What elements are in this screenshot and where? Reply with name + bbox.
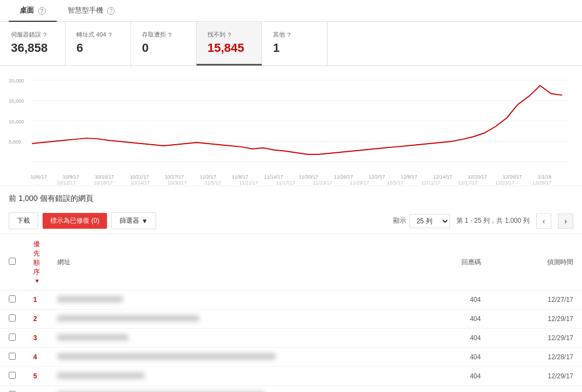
row-url-2[interactable] xyxy=(49,310,418,329)
x-sublabel-7: 11/11/17 xyxy=(239,180,258,186)
x-sublabel-3: 10/18/17 xyxy=(94,180,113,186)
row-response-6: 404 xyxy=(418,386,513,393)
filter-button[interactable]: 篩選器 ▼ xyxy=(111,212,156,229)
table-row: 5 404 12/29/17 xyxy=(0,367,582,386)
stat-other-help[interactable]: ? xyxy=(287,32,290,38)
row-checkbox-5[interactable] xyxy=(9,372,16,379)
pagination-info: 第 1 - 25 列，共 1,000 列 xyxy=(456,216,530,225)
row-detected-4: 12/28/17 xyxy=(514,348,582,367)
row-detected-2: 12/29/17 xyxy=(514,310,582,329)
stat-notfound-label: 找不到 ? xyxy=(207,31,251,39)
row-detected-1: 12/27/17 xyxy=(514,290,582,310)
row-num-2: 2 xyxy=(25,310,49,329)
row-num-5: 5 xyxy=(25,367,49,386)
row-url-4[interactable] xyxy=(49,348,418,367)
row-checkbox-2[interactable] xyxy=(9,314,16,322)
x-label-2: 10/9/17 xyxy=(63,174,79,180)
row-response-1: 404 xyxy=(418,290,513,310)
mobile-help-icon[interactable]: ? xyxy=(107,7,115,15)
x-label-11: 12/2/17 xyxy=(369,174,385,180)
row-detected-5: 12/29/17 xyxy=(514,367,582,386)
row-response-5: 404 xyxy=(418,367,513,386)
line-chart: 20,000 15,000 10,000 5,000 xyxy=(9,75,573,177)
show-label: 顯示 xyxy=(393,216,406,225)
row-checkbox-4[interactable] xyxy=(9,353,16,360)
x-label-13: 12/14/17 xyxy=(433,174,452,180)
x-label-9: 11/20/17 xyxy=(299,174,318,180)
x-sublabel-2: 10/12/17 xyxy=(57,180,76,186)
th-detected: 偵測時間 xyxy=(514,234,582,290)
stat-redirect-404[interactable]: 轉址式 404 ? 6 xyxy=(66,22,131,66)
row-url-5[interactable] xyxy=(49,367,418,386)
table-row: 3 404 12/29/17 xyxy=(0,329,582,348)
tab-mobile[interactable]: 智慧型手機 ? xyxy=(57,0,126,22)
x-sublabel-6: 11/5/17 xyxy=(205,180,221,186)
x-sublabel-4: 10/24/17 xyxy=(130,180,150,186)
filter-icon: ▼ xyxy=(141,217,148,225)
stat-notfound-help[interactable]: ? xyxy=(228,32,231,38)
stat-other[interactable]: 其他 ? 1 xyxy=(262,22,328,66)
x-sublabel-1: .. xyxy=(36,180,39,186)
row-detected-6: 12/28/17 xyxy=(514,386,582,393)
row-response-2: 404 xyxy=(418,310,513,329)
table-row: 6 404 12/28/17 xyxy=(0,386,582,393)
row-url-6[interactable] xyxy=(49,386,418,393)
stat-redirect-help[interactable]: ? xyxy=(108,32,111,38)
row-url-1[interactable] xyxy=(49,290,418,310)
stat-access-value: 0 xyxy=(142,41,185,55)
x-sublabel-9: 11/23/17 xyxy=(313,180,332,186)
rows-per-page-select[interactable]: 25 列 50 列 100 列 xyxy=(409,214,450,228)
x-sublabel-15: 12/29/17 xyxy=(532,180,551,186)
row-checkbox-3[interactable] xyxy=(9,334,16,341)
th-url: 網址 xyxy=(49,234,418,290)
stat-other-label: 其他 ? xyxy=(273,31,316,39)
mark-fixed-button[interactable]: 標示為已修復 (0) xyxy=(43,213,107,229)
stat-access-denied[interactable]: 存取遭拒 ? 0 xyxy=(131,22,197,66)
toolbar: 下載 標示為已修復 (0) 篩選器 ▼ 顯示 25 列 50 列 100 列 第… xyxy=(0,208,582,234)
stat-redirect-label: 轉址式 404 ? xyxy=(76,31,120,39)
tab-mobile-label: 智慧型手機 xyxy=(68,6,103,14)
sort-arrow-priority: ▼ xyxy=(34,278,40,284)
svg-text:10,000: 10,000 xyxy=(9,119,24,124)
stat-server-error[interactable]: 伺服器錯誤 ? 36,858 xyxy=(0,22,66,66)
download-button[interactable]: 下載 xyxy=(9,212,38,229)
desktop-help-icon[interactable]: ? xyxy=(38,7,46,15)
stat-not-found[interactable]: 找不到 ? 15,845 xyxy=(197,22,262,66)
row-num-3: 3 xyxy=(25,329,49,348)
row-checkbox-1[interactable] xyxy=(9,295,16,302)
row-url-3[interactable] xyxy=(49,329,418,348)
x-label-15: 12/26/17 xyxy=(503,174,522,180)
x-sublabel-13: 12/17/17 xyxy=(458,180,477,186)
stat-notfound-value: 15,845 xyxy=(207,41,251,55)
next-page-button[interactable]: › xyxy=(558,213,573,229)
x-label-3: 10/15/17 xyxy=(95,174,114,180)
row-detected-3: 12/29/17 xyxy=(514,329,582,348)
tab-desktop-label: 桌面 xyxy=(20,6,34,14)
x-label-10: 11/26/17 xyxy=(334,174,353,180)
select-all-checkbox[interactable] xyxy=(9,258,16,265)
chart-area: 20,000 15,000 10,000 5,000 10/6/17 10/9/… xyxy=(0,66,582,186)
row-num-1: 1 xyxy=(25,290,49,310)
stats-row: 伺服器錯誤 ? 36,858 轉址式 404 ? 6 存取遭拒 ? 0 找不到 … xyxy=(0,22,582,66)
table-row: 4 404 12/28/17 xyxy=(0,348,582,367)
filter-label: 篩選器 xyxy=(120,216,139,225)
x-label-5: 10/27/17 xyxy=(165,174,184,180)
data-table: 優先順序 ▼ 網址 回應碼 偵測時間 1 404 12/27/17 xyxy=(0,234,582,392)
tab-desktop[interactable]: 桌面 ? xyxy=(9,0,57,22)
x-label-4: 10/21/17 xyxy=(130,174,149,180)
x-sublabel-5: 10/30/17 xyxy=(168,180,187,186)
stat-server-error-help[interactable]: ? xyxy=(43,32,46,38)
prev-page-button[interactable]: ‹ xyxy=(536,213,551,229)
stat-access-help[interactable]: ? xyxy=(168,32,171,38)
x-label-8: 11/14/17 xyxy=(264,174,283,180)
x-sublabel-12: 12/11/17 xyxy=(421,180,441,186)
stat-redirect-value: 6 xyxy=(76,41,120,55)
row-num-4: 4 xyxy=(25,348,49,367)
x-label-14: 12/20/17 xyxy=(468,174,487,180)
svg-text:5,000: 5,000 xyxy=(9,139,21,145)
x-label-6: 11/2/17 xyxy=(200,174,216,180)
x-label-7: 11/8/17 xyxy=(232,174,248,180)
x-label-1: 10/6/17 xyxy=(31,174,47,180)
svg-text:20,000: 20,000 xyxy=(9,78,24,84)
th-priority[interactable]: 優先順序 ▼ xyxy=(25,234,49,290)
